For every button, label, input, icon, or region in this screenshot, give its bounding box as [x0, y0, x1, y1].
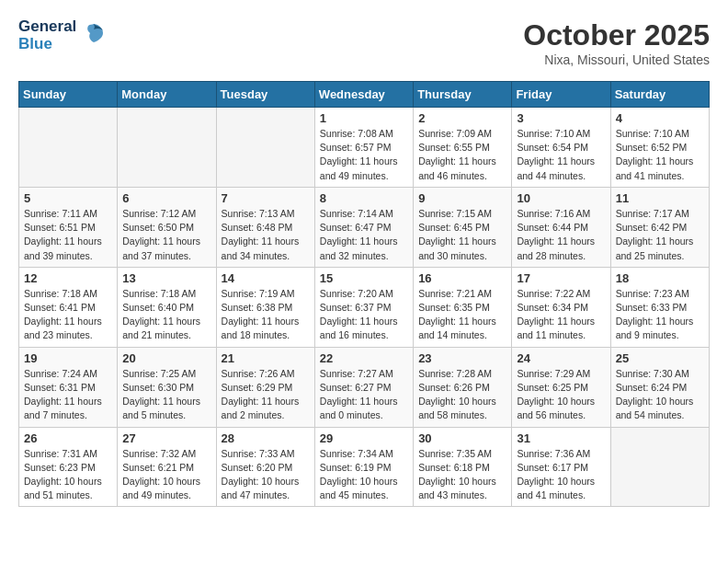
day-number: 16 — [418, 271, 506, 285]
day-info: Sunrise: 7:22 AM Sunset: 6:34 PM Dayligh… — [517, 287, 605, 343]
day-info: Sunrise: 7:14 AM Sunset: 6:47 PM Dayligh… — [320, 207, 408, 263]
day-cell-17: 17Sunrise: 7:22 AM Sunset: 6:34 PM Dayli… — [512, 267, 610, 347]
empty-cell — [118, 108, 216, 188]
day-number: 12 — [24, 271, 112, 285]
day-number: 14 — [222, 271, 310, 285]
logo: General Blue — [18, 18, 107, 52]
day-cell-10: 10Sunrise: 7:16 AM Sunset: 6:44 PM Dayli… — [512, 187, 610, 267]
weekday-header-saturday: Saturday — [610, 82, 709, 108]
day-info: Sunrise: 7:13 AM Sunset: 6:48 PM Dayligh… — [222, 207, 310, 263]
weekday-header-friday: Friday — [512, 82, 610, 108]
day-info: Sunrise: 7:30 AM Sunset: 6:24 PM Dayligh… — [616, 367, 704, 423]
day-cell-4: 4Sunrise: 7:10 AM Sunset: 6:52 PM Daylig… — [610, 108, 709, 188]
day-number: 8 — [320, 191, 408, 205]
day-info: Sunrise: 7:23 AM Sunset: 6:33 PM Dayligh… — [616, 287, 704, 343]
day-cell-30: 30Sunrise: 7:35 AM Sunset: 6:18 PM Dayli… — [414, 427, 512, 507]
day-info: Sunrise: 7:35 AM Sunset: 6:18 PM Dayligh… — [418, 447, 506, 503]
day-number: 2 — [418, 111, 506, 125]
weekday-header-thursday: Thursday — [414, 82, 512, 108]
day-cell-7: 7Sunrise: 7:13 AM Sunset: 6:48 PM Daylig… — [216, 187, 314, 267]
logo-line2: Blue — [18, 36, 76, 53]
day-cell-11: 11Sunrise: 7:17 AM Sunset: 6:42 PM Dayli… — [610, 187, 709, 267]
day-number: 4 — [616, 111, 704, 125]
weekday-header-monday: Monday — [118, 82, 216, 108]
day-number: 7 — [222, 191, 310, 205]
day-cell-21: 21Sunrise: 7:26 AM Sunset: 6:29 PM Dayli… — [216, 347, 314, 427]
day-number: 10 — [517, 191, 605, 205]
day-cell-1: 1Sunrise: 7:08 AM Sunset: 6:57 PM Daylig… — [314, 108, 413, 188]
day-number: 1 — [320, 111, 408, 125]
day-cell-16: 16Sunrise: 7:21 AM Sunset: 6:35 PM Dayli… — [414, 267, 512, 347]
week-row-4: 19Sunrise: 7:24 AM Sunset: 6:31 PM Dayli… — [19, 347, 710, 427]
day-info: Sunrise: 7:26 AM Sunset: 6:29 PM Dayligh… — [222, 367, 310, 423]
day-cell-3: 3Sunrise: 7:10 AM Sunset: 6:54 PM Daylig… — [512, 108, 610, 188]
day-number: 21 — [222, 351, 310, 365]
week-row-5: 26Sunrise: 7:31 AM Sunset: 6:23 PM Dayli… — [19, 427, 710, 507]
day-cell-24: 24Sunrise: 7:29 AM Sunset: 6:25 PM Dayli… — [512, 347, 610, 427]
day-info: Sunrise: 7:19 AM Sunset: 6:38 PM Dayligh… — [222, 287, 310, 343]
day-cell-6: 6Sunrise: 7:12 AM Sunset: 6:50 PM Daylig… — [118, 187, 216, 267]
day-cell-31: 31Sunrise: 7:36 AM Sunset: 6:17 PM Dayli… — [512, 427, 610, 507]
day-info: Sunrise: 7:21 AM Sunset: 6:35 PM Dayligh… — [418, 287, 506, 343]
day-info: Sunrise: 7:24 AM Sunset: 6:31 PM Dayligh… — [24, 367, 112, 423]
day-info: Sunrise: 7:32 AM Sunset: 6:21 PM Dayligh… — [122, 447, 210, 503]
week-row-2: 5Sunrise: 7:11 AM Sunset: 6:51 PM Daylig… — [19, 187, 710, 267]
day-number: 28 — [222, 431, 310, 445]
day-cell-15: 15Sunrise: 7:20 AM Sunset: 6:37 PM Dayli… — [314, 267, 413, 347]
day-number: 26 — [24, 431, 112, 445]
day-info: Sunrise: 7:15 AM Sunset: 6:45 PM Dayligh… — [418, 207, 506, 263]
day-cell-13: 13Sunrise: 7:18 AM Sunset: 6:40 PM Dayli… — [118, 267, 216, 347]
day-number: 19 — [24, 351, 112, 365]
day-info: Sunrise: 7:28 AM Sunset: 6:26 PM Dayligh… — [418, 367, 506, 423]
logo-bird-icon — [81, 20, 107, 51]
logo-line1: General — [18, 18, 76, 36]
week-row-3: 12Sunrise: 7:18 AM Sunset: 6:41 PM Dayli… — [19, 267, 710, 347]
day-cell-8: 8Sunrise: 7:14 AM Sunset: 6:47 PM Daylig… — [314, 187, 413, 267]
day-number: 24 — [517, 351, 605, 365]
day-number: 22 — [320, 351, 408, 365]
day-number: 29 — [320, 431, 408, 445]
day-info: Sunrise: 7:18 AM Sunset: 6:40 PM Dayligh… — [122, 287, 210, 343]
day-cell-26: 26Sunrise: 7:31 AM Sunset: 6:23 PM Dayli… — [19, 427, 118, 507]
weekday-header-tuesday: Tuesday — [216, 82, 314, 108]
day-info: Sunrise: 7:10 AM Sunset: 6:54 PM Dayligh… — [517, 127, 605, 183]
title-block: October 2025 Nixa, Missouri, United Stat… — [523, 18, 710, 67]
day-number: 25 — [616, 351, 704, 365]
day-cell-23: 23Sunrise: 7:28 AM Sunset: 6:26 PM Dayli… — [414, 347, 512, 427]
day-number: 31 — [517, 431, 605, 445]
empty-cell — [610, 427, 709, 507]
day-cell-5: 5Sunrise: 7:11 AM Sunset: 6:51 PM Daylig… — [19, 187, 118, 267]
weekday-header-sunday: Sunday — [19, 82, 118, 108]
day-number: 20 — [122, 351, 210, 365]
month-title: October 2025 — [523, 18, 710, 52]
empty-cell — [216, 108, 314, 188]
day-number: 3 — [517, 111, 605, 125]
day-cell-20: 20Sunrise: 7:25 AM Sunset: 6:30 PM Dayli… — [118, 347, 216, 427]
weekday-header-wednesday: Wednesday — [314, 82, 413, 108]
subtitle: Nixa, Missouri, United States — [523, 52, 710, 67]
day-info: Sunrise: 7:11 AM Sunset: 6:51 PM Dayligh… — [24, 207, 112, 263]
day-info: Sunrise: 7:12 AM Sunset: 6:50 PM Dayligh… — [122, 207, 210, 263]
day-info: Sunrise: 7:33 AM Sunset: 6:20 PM Dayligh… — [222, 447, 310, 503]
day-cell-2: 2Sunrise: 7:09 AM Sunset: 6:55 PM Daylig… — [414, 108, 512, 188]
day-number: 9 — [418, 191, 506, 205]
day-cell-22: 22Sunrise: 7:27 AM Sunset: 6:27 PM Dayli… — [314, 347, 413, 427]
day-number: 27 — [122, 431, 210, 445]
day-info: Sunrise: 7:25 AM Sunset: 6:30 PM Dayligh… — [122, 367, 210, 423]
day-info: Sunrise: 7:31 AM Sunset: 6:23 PM Dayligh… — [24, 447, 112, 503]
page-header: General Blue October 2025 Nixa, Missouri… — [18, 18, 710, 67]
empty-cell — [19, 108, 118, 188]
day-cell-14: 14Sunrise: 7:19 AM Sunset: 6:38 PM Dayli… — [216, 267, 314, 347]
day-info: Sunrise: 7:09 AM Sunset: 6:55 PM Dayligh… — [418, 127, 506, 183]
day-info: Sunrise: 7:08 AM Sunset: 6:57 PM Dayligh… — [320, 127, 408, 183]
day-cell-25: 25Sunrise: 7:30 AM Sunset: 6:24 PM Dayli… — [610, 347, 709, 427]
day-number: 18 — [616, 271, 704, 285]
day-cell-28: 28Sunrise: 7:33 AM Sunset: 6:20 PM Dayli… — [216, 427, 314, 507]
day-cell-29: 29Sunrise: 7:34 AM Sunset: 6:19 PM Dayli… — [314, 427, 413, 507]
day-number: 11 — [616, 191, 704, 205]
day-number: 30 — [418, 431, 506, 445]
day-cell-27: 27Sunrise: 7:32 AM Sunset: 6:21 PM Dayli… — [118, 427, 216, 507]
day-number: 17 — [517, 271, 605, 285]
day-info: Sunrise: 7:20 AM Sunset: 6:37 PM Dayligh… — [320, 287, 408, 343]
day-info: Sunrise: 7:29 AM Sunset: 6:25 PM Dayligh… — [517, 367, 605, 423]
